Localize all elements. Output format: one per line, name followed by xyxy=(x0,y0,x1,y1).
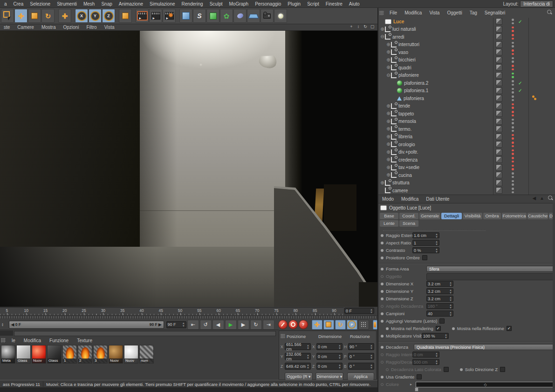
editor-visibility-dot[interactable] xyxy=(512,111,514,113)
record-pla-button[interactable] xyxy=(358,320,369,330)
spinner-icon[interactable]: ▲▼ xyxy=(338,354,341,359)
object-row-mensola[interactable]: ⊕mensola xyxy=(378,118,555,126)
add-generator-button[interactable] xyxy=(206,9,219,23)
expand-icon[interactable]: ⊕ xyxy=(386,127,391,131)
object-row-div-poltr-[interactable]: ⊕div.+poltr. xyxy=(378,149,555,156)
expand-icon[interactable]: ⊕ xyxy=(386,165,391,170)
material-menu-le[interactable]: le xyxy=(7,338,20,343)
render-settings-button[interactable] xyxy=(163,9,176,23)
coord-dimension-field[interactable]: 0 cm▲▼ xyxy=(316,343,343,350)
layer-chip-icon[interactable] xyxy=(496,118,502,125)
menu-plugin[interactable]: Plugin xyxy=(284,1,304,7)
spinner-icon[interactable]: ▲▼ xyxy=(435,248,438,253)
layer-chip-icon[interactable] xyxy=(496,49,502,55)
render-visibility-dot[interactable] xyxy=(512,107,514,109)
enabled-check-icon[interactable]: ✓ xyxy=(518,81,522,86)
visibility-dots[interactable] xyxy=(512,80,514,86)
coord-mode-dropdown[interactable]: Oggetto (R ▾ xyxy=(285,372,313,380)
spinner-icon[interactable]: ▲▼ xyxy=(307,364,309,369)
panel-grip-icon[interactable] xyxy=(281,334,285,338)
visibility-dots[interactable] xyxy=(512,88,514,94)
history-back-icon[interactable]: ◀ xyxy=(532,196,536,201)
apply-button[interactable]: Applica xyxy=(347,372,374,380)
expand-icon[interactable]: ⊕ xyxy=(386,135,391,139)
render-visibility-dot[interactable] xyxy=(512,91,514,94)
keyframe-help-button[interactable]: ? xyxy=(299,320,308,329)
object-row-quadri[interactable]: ⊕quadri xyxy=(378,64,555,72)
layer-chip-icon[interactable] xyxy=(496,103,502,109)
render-visibility-dot[interactable] xyxy=(512,145,514,148)
texture-tag-icon[interactable] xyxy=(532,95,537,101)
object-row-termo-[interactable]: ⊕termo. xyxy=(378,125,555,133)
editor-visibility-dot[interactable] xyxy=(512,49,514,52)
visibility-dots[interactable] xyxy=(512,73,514,78)
tab-visibilit-[interactable]: Visibilità xyxy=(463,213,482,219)
expand-icon[interactable]: ⊖ xyxy=(386,73,391,78)
render-visibility-dot[interactable] xyxy=(512,45,514,47)
lock-y-axis-button[interactable]: Y xyxy=(89,9,102,23)
menu-finestre[interactable]: Finestre xyxy=(322,1,346,7)
add-camera-button[interactable] xyxy=(260,9,274,23)
tab-dettagli[interactable]: Dettagli xyxy=(441,213,462,219)
spinner-icon[interactable]: ▲▼ xyxy=(370,354,373,359)
editor-visibility-dot[interactable] xyxy=(512,180,514,182)
object-row-struttura[interactable]: ⊕struttura xyxy=(378,179,555,187)
object-row-tav-sedie[interactable]: ⊕tav.+sedie xyxy=(378,164,555,172)
visibility-dots[interactable] xyxy=(512,49,514,55)
play-backward-button[interactable]: ↺ xyxy=(200,320,212,330)
field-dimensione-y[interactable]: 3.2 cm▲▼ xyxy=(426,288,453,294)
field-dimensione-z[interactable]: 3.2 cm▲▼ xyxy=(426,296,453,302)
material-thumbnail[interactable]: Meta xyxy=(1,345,15,364)
spinner-icon[interactable]: ▲▼ xyxy=(307,344,309,350)
editor-visibility-dot[interactable] xyxy=(512,73,514,75)
layer-chip-icon[interactable] xyxy=(496,164,502,171)
editor-visibility-dot[interactable] xyxy=(512,119,514,121)
visibility-dots[interactable] xyxy=(512,188,514,193)
last-tool-button[interactable]: ✚ xyxy=(58,9,71,23)
spinner-icon[interactable]: ▲▼ xyxy=(338,364,341,369)
tab-fotometrica[interactable]: Fotometrica xyxy=(502,213,527,219)
layer-chip-icon[interactable] xyxy=(496,110,502,117)
om-menu-vista[interactable]: Vista xyxy=(425,10,443,15)
tab-caustiche[interactable]: Caustiche xyxy=(528,213,548,219)
dropdown-decadenza[interactable]: Quadrata Inversa (Precisione Fisica) xyxy=(414,344,554,350)
render-visibility-dot[interactable] xyxy=(512,183,514,186)
coord-rotation-field[interactable]: 90 °▲▼ xyxy=(348,343,374,350)
layer-chip-icon[interactable] xyxy=(496,41,502,48)
viewport-menu-filtro[interactable]: Filtro xyxy=(82,25,100,30)
expand-icon[interactable]: ⊕ xyxy=(386,150,391,155)
viewport-3d[interactable] xyxy=(0,31,377,307)
om-menu-file[interactable]: File xyxy=(386,10,401,15)
editor-visibility-dot[interactable] xyxy=(512,88,514,90)
field-moltiplicatore-visibilit-[interactable]: 100 %▲▼ xyxy=(422,333,449,339)
spinner-icon[interactable]: ▲▼ xyxy=(445,333,447,339)
field-contrasto[interactable]: 0 %▲▼ xyxy=(412,247,439,253)
play-forward-button[interactable]: ▶ xyxy=(225,320,237,330)
record-rotation-button[interactable]: ↻ xyxy=(335,320,346,330)
menu-a[interactable]: a xyxy=(1,1,10,7)
spinner-icon[interactable]: ▲▼ xyxy=(435,352,438,358)
spinner-icon[interactable]: ▲▼ xyxy=(435,233,438,238)
layout-button[interactable]: Interfaccia di xyxy=(520,0,553,7)
expand-icon[interactable]: ⊕ xyxy=(386,111,391,116)
menu-aiuto[interactable]: Aiuto xyxy=(346,1,363,7)
checkbox-decadenza-lato-colorata[interactable] xyxy=(444,367,449,372)
field-raggio-interno[interactable]: 0 cm▲▼ xyxy=(412,351,439,358)
pan-icon[interactable]: + xyxy=(349,24,354,29)
tab-generale[interactable]: Generale xyxy=(419,213,440,219)
render-picture-viewer-button[interactable] xyxy=(149,9,162,23)
menu-crea[interactable]: Crea xyxy=(10,1,27,7)
layer-chip-icon[interactable] xyxy=(496,172,502,178)
lock-x-axis-button[interactable]: X xyxy=(75,9,88,23)
add-floor-button[interactable] xyxy=(247,9,260,23)
object-row-credenza[interactable]: ⊕credenza xyxy=(378,156,555,164)
expand-icon[interactable]: ⊕ xyxy=(386,58,391,62)
viewport-menu-opzioni[interactable]: Opzioni xyxy=(59,25,82,30)
menu-simulazione[interactable]: Simulazione xyxy=(146,1,178,7)
visibility-dots[interactable] xyxy=(512,34,514,40)
menu-animazione[interactable]: Animazione xyxy=(116,1,146,7)
loop-button[interactable]: ↻ xyxy=(250,320,262,330)
search-icon[interactable] xyxy=(547,10,551,14)
object-row-arredi[interactable]: ⊖arredi xyxy=(378,33,555,41)
add-deformer-button[interactable] xyxy=(233,9,247,23)
